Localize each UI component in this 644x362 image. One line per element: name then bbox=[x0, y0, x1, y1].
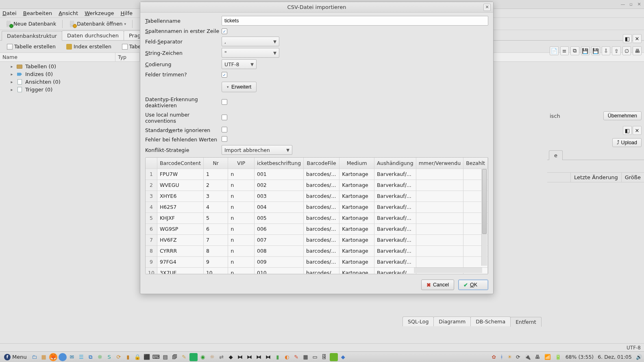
cell-ah[interactable]: Barverkauf/... bbox=[374, 234, 416, 245]
cell-bf[interactable]: barcodes/... bbox=[304, 256, 339, 267]
encoding-combobox[interactable]: UTF-8▼ bbox=[222, 59, 257, 69]
bluetooth-icon[interactable]: ᚼ bbox=[500, 354, 503, 360]
cell-md[interactable]: Kartonage bbox=[339, 169, 374, 180]
cell-bf[interactable]: barcodes/... bbox=[304, 180, 339, 191]
column-barcode[interactable]: BarcodeContent bbox=[157, 158, 203, 169]
column-aushaendigung[interactable]: Aushändigung bbox=[374, 158, 416, 169]
upload-button[interactable]: ⤴ Upload bbox=[612, 138, 642, 147]
cell-barcode[interactable]: WVEGU bbox=[157, 180, 203, 191]
dropbox-icon[interactable]: ⧉ bbox=[87, 353, 95, 361]
cell-barcode[interactable]: CYRRR bbox=[157, 245, 203, 256]
trim-checkbox[interactable]: ✓ bbox=[222, 72, 227, 78]
conflict-combobox[interactable]: Import abbrechen▼ bbox=[222, 145, 292, 155]
app-icon-19[interactable]: 🗄 bbox=[320, 353, 329, 361]
export-tool-icon[interactable]: ⇧ bbox=[612, 46, 621, 55]
text-tool-icon[interactable]: 📄 bbox=[550, 46, 559, 55]
cell-vip[interactable]: n bbox=[228, 202, 255, 212]
calculator-icon[interactable]: 🗐 bbox=[171, 353, 179, 361]
panel-close-icon[interactable]: ✕ bbox=[633, 126, 642, 135]
app-icon-8[interactable]: ⇄ bbox=[218, 353, 226, 361]
cell-ah[interactable]: Barverkauf/... bbox=[374, 267, 416, 274]
cell-tb[interactable]: 004 bbox=[254, 202, 303, 212]
cell-nv[interactable] bbox=[416, 212, 463, 223]
cell-md[interactable]: Kartonage bbox=[339, 223, 374, 234]
column-vip[interactable]: VIP bbox=[228, 158, 255, 169]
app-icon-18[interactable]: ▭ bbox=[311, 353, 319, 361]
cell-nr[interactable]: 5 bbox=[203, 212, 228, 223]
column-medium[interactable]: Medium bbox=[339, 158, 374, 169]
wifi-icon[interactable]: 📶 bbox=[544, 354, 551, 360]
cell-barcode[interactable]: 97FG4 bbox=[157, 256, 203, 267]
app-icon-12[interactable]: ⧓ bbox=[255, 353, 263, 361]
tab-browse[interactable]: Daten durchsuchen bbox=[62, 30, 124, 40]
cell-bf[interactable]: barcodes/... bbox=[304, 223, 339, 234]
cell-barcode[interactable]: KHJXF bbox=[157, 212, 203, 223]
cell-nv[interactable] bbox=[416, 234, 463, 245]
cell-bf[interactable]: barcodes/... bbox=[304, 202, 339, 212]
app-icon-4[interactable]: ⬛ bbox=[143, 353, 151, 361]
cell-md[interactable]: Kartonage bbox=[339, 267, 374, 274]
power-icon[interactable]: 🔌 bbox=[524, 354, 531, 360]
cell-md[interactable]: Kartonage bbox=[339, 256, 374, 267]
cell-barcode[interactable]: 3X7UE bbox=[157, 267, 203, 274]
sync-icon[interactable]: ❊ bbox=[96, 353, 104, 361]
cell-ah[interactable]: Barverkauf/... bbox=[374, 245, 416, 256]
printer-icon[interactable]: 🖶 bbox=[535, 354, 540, 360]
cell-ah[interactable]: Barverkauf/... bbox=[374, 169, 416, 180]
cell-nv[interactable] bbox=[416, 180, 463, 191]
cell-md[interactable]: Kartonage bbox=[339, 234, 374, 245]
preview-table[interactable]: BarcodeContent Nr VIP icketbeschriftung … bbox=[146, 158, 488, 274]
cell-tb[interactable]: 005 bbox=[254, 212, 303, 223]
email-icon[interactable]: ✉ bbox=[68, 353, 76, 361]
cell-bf[interactable]: barcodes/... bbox=[304, 234, 339, 245]
panel-close-icon[interactable]: ✕ bbox=[633, 34, 642, 43]
cell-vip[interactable]: n bbox=[228, 223, 255, 234]
column-ticketbeschriftung[interactable]: icketbeschriftung bbox=[254, 158, 303, 169]
menu-view[interactable]: Ansicht bbox=[59, 10, 78, 16]
cell-nr[interactable]: 1 bbox=[203, 169, 228, 180]
cell-nv[interactable] bbox=[416, 202, 463, 212]
cell-barcode[interactable]: HV6FZ bbox=[157, 234, 203, 245]
cell-nr[interactable]: 3 bbox=[203, 191, 228, 202]
cell-nr[interactable]: 4 bbox=[203, 202, 228, 212]
ignore-defaults-checkbox[interactable] bbox=[222, 127, 227, 132]
cell-nr[interactable]: 9 bbox=[203, 256, 228, 267]
table-row[interactable]: 4H62S74n004barcodes/...KartonageBarverka… bbox=[146, 202, 488, 212]
show-desktop-icon[interactable]: ▦ bbox=[40, 353, 48, 361]
fail-missing-checkbox[interactable] bbox=[222, 136, 227, 142]
cell-tb[interactable]: 001 bbox=[254, 169, 303, 180]
table-name-input[interactable] bbox=[222, 16, 488, 26]
cell-barcode[interactable]: H62S7 bbox=[157, 202, 203, 212]
cell-bf[interactable]: barcodes/... bbox=[304, 212, 339, 223]
pencil-icon[interactable]: ✎ bbox=[180, 353, 188, 361]
cell-tb[interactable]: 003 bbox=[254, 191, 303, 202]
menu-tools[interactable]: Werkzeuge bbox=[85, 10, 114, 16]
cell-tb[interactable]: 009 bbox=[254, 256, 303, 267]
column-last-change[interactable]: Letzte Änderung bbox=[570, 173, 621, 182]
table-row[interactable]: 6WG9SP6n006barcodes/...KartonageBarverka… bbox=[146, 223, 488, 234]
save-as-tool-icon[interactable]: 💾 bbox=[591, 46, 600, 55]
table-row[interactable]: 5KHJXF5n005barcodes/...KartonageBarverka… bbox=[146, 212, 488, 223]
app-icon-15[interactable]: ◐ bbox=[283, 353, 291, 361]
quote-combobox[interactable]: "▼ bbox=[222, 48, 279, 58]
cell-bf[interactable]: barcodes/... bbox=[304, 169, 339, 180]
scrollbar-thumb[interactable] bbox=[482, 169, 487, 234]
app-icon-13[interactable]: ⧓ bbox=[264, 353, 272, 361]
app-icon-5[interactable] bbox=[189, 353, 198, 361]
app-icon-3[interactable]: ▮ bbox=[124, 353, 132, 361]
cell-tb[interactable]: 007 bbox=[254, 234, 303, 245]
cell-nv[interactable] bbox=[416, 223, 463, 234]
weather-icon[interactable]: ☀ bbox=[507, 354, 512, 360]
column-index[interactable] bbox=[146, 158, 157, 169]
panel-float-icon[interactable]: ◧ bbox=[623, 126, 632, 135]
cell-md[interactable]: Kartonage bbox=[339, 212, 374, 223]
cell-nv[interactable] bbox=[416, 245, 463, 256]
cell-ah[interactable]: Barverkauf/... bbox=[374, 180, 416, 191]
clock[interactable]: 6. Dez, 01:05 bbox=[598, 354, 632, 360]
cell-nv[interactable] bbox=[416, 169, 463, 180]
table-row[interactable]: 8CYRRR8n008barcodes/...KartonageBarverka… bbox=[146, 245, 488, 256]
cell-bf[interactable]: barcodes/... bbox=[304, 267, 339, 274]
disable-detect-checkbox[interactable] bbox=[222, 99, 227, 105]
separator-combobox[interactable]: ,▼ bbox=[222, 37, 279, 46]
cell-nr[interactable]: 7 bbox=[203, 234, 228, 245]
